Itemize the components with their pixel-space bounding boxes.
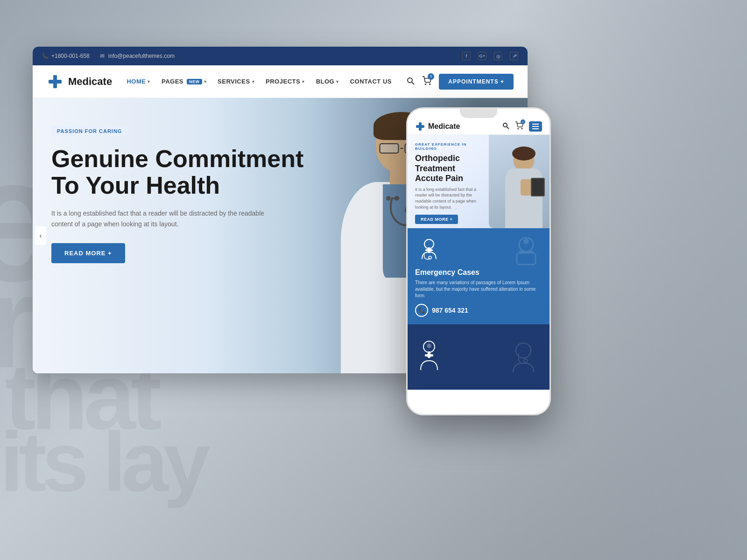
nav-pages[interactable]: PAGES New ▾ (157, 75, 211, 88)
svg-point-27 (427, 343, 431, 348)
top-bar-left: 📞 +1800-001-658 ✉ info@peacefulthemes.co… (42, 53, 175, 59)
mobile-logo-text: Medicate (428, 122, 460, 131)
svg-rect-26 (425, 354, 433, 357)
appointments-button[interactable]: APPOINTMENTS + (439, 74, 514, 90)
svg-point-9 (395, 196, 399, 201)
mobile-emergency-section: Emergency Cases There are many variation… (408, 228, 550, 324)
email-contact[interactable]: ✉ info@peacefulthemes.com (99, 53, 175, 59)
logo-area[interactable]: Medicate (47, 73, 112, 90)
mobile-hero-description: It is a long established fact that a rea… (415, 187, 479, 210)
cart-badge: 0 (428, 73, 434, 80)
background-text-large-4: its lay (0, 420, 205, 504)
nav-blog[interactable]: BLOG ▾ (311, 75, 344, 88)
google-plus-icon[interactable]: G+ (478, 52, 486, 60)
mobile-search-icon[interactable] (502, 122, 509, 131)
mobile-logo[interactable]: Medicate (415, 121, 460, 132)
hero-read-more-button[interactable]: READ MORE + (51, 243, 125, 263)
nav-pages-badge: New (187, 79, 202, 84)
svg-rect-1 (49, 80, 62, 84)
nav-home[interactable]: HOME ▾ (122, 75, 155, 88)
hero-title-line1: Genuine Commitment (51, 145, 303, 172)
passion-badge: PASSION FOR CARING (51, 126, 127, 136)
appointments-label: APPOINTMENTS + (448, 78, 504, 85)
email-address: info@peacefulthemes.com (108, 53, 175, 59)
nav-pages-label: PAGES (162, 78, 183, 85)
svg-point-8 (386, 196, 391, 201)
svg-rect-18 (517, 253, 536, 265)
hero-cta-label: READ MORE + (64, 250, 112, 257)
nav-pages-chevron: ▾ (204, 79, 207, 84)
cart-button[interactable]: 0 (422, 76, 431, 87)
mobile-emergency-description: There are many variations of passages of… (415, 280, 542, 299)
svg-point-5 (430, 84, 430, 84)
top-bar: 📞 +1800-001-658 ✉ info@peacefulthemes.co… (33, 47, 528, 65)
phone-number: +1800-001-658 (51, 53, 90, 59)
hero-description: It is a long established fact that a rea… (51, 208, 285, 229)
nav-contact-label: CONTACT US (350, 78, 392, 85)
svg-point-2 (408, 78, 412, 83)
mobile-bottom-doctor-icon (415, 337, 443, 377)
hero-title: Genuine Commitment To Your Health (51, 146, 303, 199)
nav-blog-label: BLOG (316, 78, 335, 85)
mobile-nav-icons: 0 (502, 121, 542, 132)
phone-contact[interactable]: 📞 +1800-001-658 (42, 53, 90, 59)
svg-line-13 (507, 127, 509, 129)
search-button[interactable] (406, 77, 415, 87)
mobile-cart-icon[interactable]: 0 (515, 121, 523, 131)
mobile-hamburger-menu[interactable] (529, 121, 542, 132)
nav-projects-label: PROJECTS (266, 78, 300, 85)
mobile-emergency-doctor-icon (415, 236, 443, 264)
nav-services-label: SERVICES (218, 78, 250, 85)
svg-point-15 (521, 128, 522, 129)
nav-contact[interactable]: CONTACT US (345, 75, 396, 88)
nav-services-chevron: ▾ (252, 79, 255, 84)
mobile-hero-cta[interactable]: READ MORE + (415, 215, 458, 224)
hamburger-line-1 (532, 124, 539, 125)
facebook-icon[interactable]: f (462, 52, 471, 60)
mobile-hero-title: Orthopedic Treatment Accute Pain (415, 154, 479, 184)
svg-rect-11 (416, 125, 424, 128)
hamburger-line-3 (532, 128, 539, 129)
nav-home-label: HOME (127, 78, 146, 85)
mobile-phone-row: 📞 987 654 321 (415, 304, 542, 317)
svg-rect-22 (425, 249, 433, 251)
svg-point-4 (425, 84, 426, 84)
navigation-bar: Medicate HOME ▾ PAGES New ▾ SERVICES ▾ P… (33, 65, 528, 98)
mobile-notch (460, 109, 497, 118)
mobile-bottom-section (408, 324, 550, 390)
instagram-icon[interactable]: ◎ (494, 52, 502, 60)
mobile-hero-label: GREAT EXPERIENCE IN BUILDING (415, 142, 479, 151)
mobile-hero-cta-label: READ MORE + (421, 217, 452, 222)
hamburger-line-2 (532, 126, 539, 127)
nav-links: HOME ▾ PAGES New ▾ SERVICES ▾ PROJECTS ▾… (122, 75, 396, 88)
svg-point-14 (518, 128, 519, 129)
nav-projects-chevron: ▾ (302, 79, 305, 84)
nav-services[interactable]: SERVICES ▾ (213, 75, 259, 88)
nav-projects[interactable]: PROJECTS ▾ (261, 75, 310, 88)
pinterest-icon[interactable]: 𝒫 (510, 52, 518, 60)
mobile-emergency-bg-icon (507, 233, 545, 270)
email-icon: ✉ (99, 53, 106, 59)
logo-icon (47, 73, 63, 90)
svg-point-19 (523, 238, 529, 244)
nav-blog-chevron: ▾ (336, 79, 339, 84)
hero-content: PASSION FOR CARING Genuine Commitment To… (51, 126, 303, 263)
mobile-logo-icon (415, 121, 425, 132)
mobile-hero-content: GREAT EXPERIENCE IN BUILDING Orthopedic … (408, 135, 487, 228)
top-bar-right: f G+ ◎ 𝒫 (462, 52, 518, 60)
mobile-mockup: Medicate 0 (406, 107, 551, 415)
phone-icon: 📞 (42, 53, 49, 59)
mobile-emergency-phone: 987 654 321 (432, 307, 468, 314)
svg-point-12 (503, 123, 507, 127)
nav-right-actions: 0 APPOINTMENTS + (406, 74, 514, 90)
mobile-cart-badge: 0 (521, 119, 525, 124)
mobile-hero-section: GREAT EXPERIENCE IN BUILDING Orthopedic … (408, 135, 550, 228)
carousel-prev-arrow[interactable]: ‹ (35, 226, 46, 245)
hero-title-line2: To Your Health (51, 172, 220, 199)
nav-home-chevron: ▾ (148, 79, 150, 84)
logo-text: Medicate (68, 76, 112, 88)
mobile-bottom-bg-icon (505, 337, 542, 377)
mobile-phone-icon: 📞 (415, 304, 428, 317)
svg-line-3 (412, 82, 414, 84)
